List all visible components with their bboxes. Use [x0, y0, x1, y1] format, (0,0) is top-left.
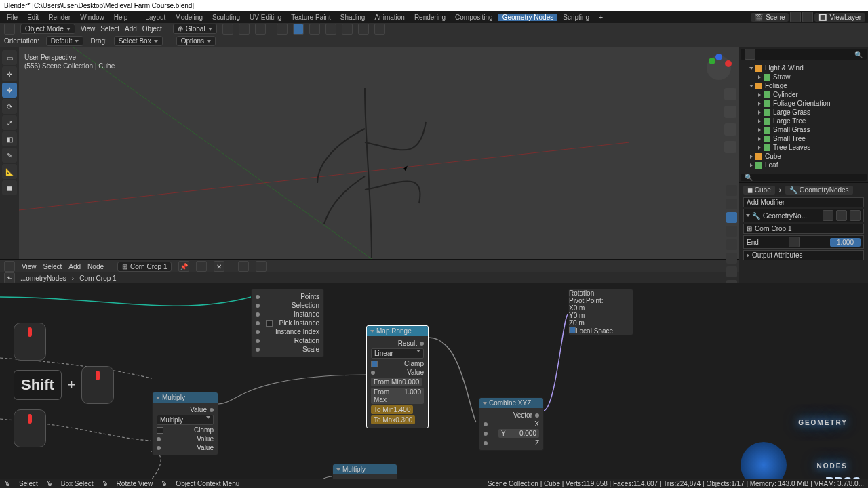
tool-select-icon[interactable]: ▭ — [2, 50, 17, 65]
disclosure-icon[interactable] — [758, 128, 761, 132]
outliner-item[interactable]: Light & Wind — [765, 64, 804, 72]
drag-mode[interactable]: Select Box — [114, 36, 163, 46]
node-multiply-1[interactable]: Multiply Value Multiply Clamp Value Valu… — [152, 392, 218, 455]
tab-physics-icon[interactable] — [726, 239, 737, 250]
tab-particles-icon[interactable] — [726, 226, 737, 237]
gizmo-toggle-icon[interactable] — [277, 24, 288, 35]
socket-icon[interactable] — [256, 312, 260, 317]
outliner-item[interactable]: Small Tree — [773, 135, 806, 142]
hdr-view[interactable]: View — [81, 25, 96, 33]
pan-icon[interactable] — [724, 106, 736, 118]
snap-icon[interactable] — [239, 24, 250, 35]
socket-icon[interactable] — [371, 371, 375, 375]
pick-instance-check[interactable] — [266, 320, 273, 327]
tab-modifier-icon[interactable] — [726, 212, 737, 223]
tool-cursor-icon[interactable]: ✛ — [2, 66, 17, 81]
from-max-field[interactable]: From Max1.000 — [371, 388, 424, 404]
from-min-field[interactable]: From Min0.000 — [371, 378, 422, 386]
y-field[interactable]: Y0.000 — [498, 429, 539, 438]
props-search[interactable]: 🔍 — [741, 174, 867, 181]
tab-render-icon[interactable] — [726, 185, 737, 196]
tool-measure-icon[interactable]: 📐 — [2, 164, 17, 179]
socket-icon[interactable] — [256, 295, 260, 299]
menu-window[interactable]: Window — [76, 14, 108, 21]
pivot-z[interactable]: Z0 m — [569, 319, 585, 327]
persp-icon[interactable] — [724, 141, 736, 153]
viewport-3d[interactable]: User Perspective (556) Scene Collection … — [19, 47, 739, 259]
socket-icon[interactable] — [256, 339, 260, 343]
socket-icon[interactable] — [420, 342, 424, 346]
ws-sculpting[interactable]: Sculpting — [208, 14, 244, 21]
socket-icon[interactable] — [484, 432, 488, 436]
tool-annotate-icon[interactable]: ✎ — [2, 148, 17, 163]
disclosure-icon[interactable] — [749, 67, 753, 70]
socket-icon[interactable] — [256, 321, 260, 325]
nh-select[interactable]: Select — [43, 263, 62, 270]
nh-add[interactable]: Add — [68, 263, 81, 270]
parent-icon[interactable]: ⬑ — [4, 272, 15, 283]
orientation-dropdown[interactable]: ⊕Global — [173, 24, 217, 34]
fake-user-icon[interactable] — [196, 261, 207, 272]
outliner-editor-icon[interactable] — [745, 49, 755, 60]
clamp-check[interactable] — [371, 361, 378, 367]
tab-constraints-icon[interactable] — [726, 253, 737, 264]
tool-move-icon[interactable]: ✥ — [2, 83, 17, 98]
outliner-item[interactable]: Foliage — [765, 82, 787, 89]
disclosure-icon[interactable] — [758, 137, 761, 141]
ws-texture[interactable]: Texture Paint — [287, 14, 334, 21]
ws-add[interactable]: + — [595, 14, 607, 21]
nodegroup-field[interactable]: ⊞Corn Crop 1 — [743, 224, 864, 234]
nav-gizmo-icon[interactable] — [703, 52, 735, 84]
add-modifier-button[interactable]: Add Modifier — [743, 197, 864, 207]
interp-select[interactable]: Linear — [371, 348, 424, 359]
outliner-item[interactable]: Small Grass — [773, 126, 810, 134]
scene-selector[interactable]: 🎬Scene — [751, 13, 789, 22]
socket-icon[interactable] — [484, 441, 488, 445]
options-dropdown[interactable]: Options — [176, 36, 216, 46]
crumb-a[interactable]: ...ometryNodes — [20, 274, 66, 282]
socket-icon[interactable] — [256, 330, 260, 334]
hdr-add[interactable]: Add — [125, 25, 137, 33]
outliner-search-icon[interactable]: 🔍 — [854, 51, 863, 58]
outliner-item[interactable]: Cube — [765, 152, 781, 160]
shading-render-icon[interactable] — [374, 24, 385, 35]
snap-icon[interactable] — [256, 261, 267, 272]
ws-layout[interactable]: Layout — [141, 14, 170, 21]
socket-icon[interactable] — [210, 408, 214, 412]
local-space-check[interactable] — [569, 327, 576, 333]
editor-type-icon[interactable] — [4, 24, 15, 35]
socket-icon[interactable] — [535, 413, 539, 418]
orientation-preset[interactable]: Default — [46, 36, 84, 46]
mod-toggle-icon[interactable] — [836, 210, 847, 221]
disclosure-icon[interactable] — [758, 146, 761, 150]
xray-icon[interactable] — [309, 24, 320, 35]
end-value[interactable]: 1.000 — [830, 238, 861, 247]
outliner-item[interactable]: Cylinder — [773, 91, 798, 98]
mod-toggle-icon[interactable] — [850, 210, 861, 221]
nh-node[interactable]: Node — [87, 263, 104, 270]
node-canvas[interactable]: Points Selection Instance Pick Instance … — [0, 283, 868, 488]
hdr-object[interactable]: Object — [142, 25, 162, 33]
scene-new-icon[interactable] — [790, 12, 801, 22]
ws-geonodes[interactable]: Geometry Nodes — [498, 14, 558, 21]
shading-matprev-icon[interactable] — [358, 24, 369, 35]
overlay-toggle-icon[interactable] — [293, 24, 304, 35]
socket-icon[interactable] — [157, 446, 161, 450]
to-min-field[interactable]: To Min1.400 — [371, 405, 413, 414]
pivot-icon[interactable] — [222, 24, 233, 35]
viewlayer-selector[interactable]: 🔳ViewLayer — [814, 13, 865, 22]
socket-icon[interactable] — [157, 437, 161, 441]
nh-view[interactable]: View — [22, 263, 37, 270]
to-max-field[interactable]: To Max0.300 — [371, 415, 415, 424]
pivot-y[interactable]: Y0 m — [569, 312, 585, 319]
disclosure-icon[interactable] — [758, 110, 761, 115]
outliner-item[interactable]: Foliage Orientation — [773, 100, 831, 107]
outliner-item[interactable]: Tree Leaves — [773, 144, 810, 151]
node-combine-xyz[interactable]: Combine XYZ Vector X Y0.000 Z — [479, 397, 544, 451]
outliner-item[interactable]: Large Tree — [773, 117, 806, 125]
menu-edit[interactable]: Edit — [23, 14, 43, 21]
menu-help[interactable]: Help — [110, 14, 132, 21]
shading-solid-icon[interactable] — [342, 24, 353, 35]
disclosure-icon[interactable] — [750, 163, 753, 167]
node-instance-inputs[interactable]: Points Selection Instance Pick Instance … — [251, 289, 324, 357]
